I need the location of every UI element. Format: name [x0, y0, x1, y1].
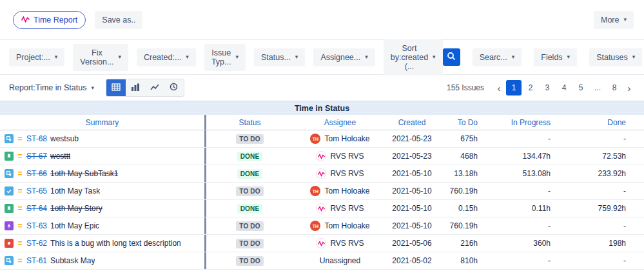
- filter-created[interactable]: Created:...▾: [137, 48, 196, 66]
- table-row: = ST-63 1oth May Epic TO DO TH Tom Holoa…: [0, 217, 644, 235]
- report-select[interactable]: Report:Time in Status ▾: [9, 81, 94, 95]
- time-report-app: Time Report Save as.. More ▾ Project:...…: [0, 0, 644, 270]
- summary-cell: = ST-65 1oth May Task: [0, 183, 206, 199]
- issues-count: 155 Issues: [447, 83, 484, 92]
- assignee-cell: TH Tom Holoake: [293, 130, 387, 147]
- column-header-status[interactable]: Status: [206, 115, 293, 130]
- issue-key-link[interactable]: ST-67: [26, 152, 47, 161]
- page-button-5[interactable]: 5: [573, 80, 589, 95]
- assignee-name: RVS RVS: [330, 152, 364, 161]
- in-progress-hours-cell: -: [487, 217, 567, 234]
- time-report-button[interactable]: Time Report: [13, 11, 86, 29]
- filter-label: Created:...: [144, 53, 181, 62]
- page-button-1[interactable]: 1: [506, 80, 522, 95]
- assignee-name: RVS RVS: [330, 204, 364, 213]
- issue-key-link[interactable]: ST-64: [26, 204, 47, 213]
- column-header-in-progress[interactable]: In Progress: [487, 115, 567, 130]
- in-progress-hours-cell: 134.47h: [487, 148, 567, 165]
- time-report-label: Time Report: [34, 15, 77, 25]
- issue-type-icon: [5, 239, 14, 248]
- done-hours-cell: 233.92h: [567, 165, 644, 182]
- summary-cell: = ST-67 westtt: [0, 148, 206, 165]
- assignee-avatar: TH: [310, 221, 320, 231]
- done-hours-cell: 72.53h: [567, 148, 644, 165]
- page-button-2[interactable]: 2: [523, 80, 538, 95]
- clock-icon: [170, 83, 178, 93]
- issue-type-icon: [5, 256, 14, 265]
- issue-key-link[interactable]: ST-65: [26, 186, 47, 196]
- assignee-name: RVS RVS: [330, 239, 364, 248]
- done-hours-cell: 759.92h: [567, 200, 644, 217]
- column-header-done[interactable]: Done: [567, 115, 644, 130]
- search-button[interactable]: [443, 48, 460, 66]
- table-view-button[interactable]: [106, 79, 126, 96]
- bar-chart-view-button[interactable]: [126, 79, 145, 96]
- issue-key-link[interactable]: ST-62: [26, 239, 47, 248]
- fields-button[interactable]: Fields▾: [534, 48, 577, 66]
- filter-fix-version[interactable]: Fix Version...▾: [73, 44, 128, 71]
- next-page-icon[interactable]: ›: [623, 83, 635, 94]
- search-dropdown[interactable]: Searc...▾: [473, 48, 522, 66]
- line-chart-view-button[interactable]: [145, 79, 164, 96]
- status-cell: DONE: [206, 165, 293, 182]
- issue-key-link[interactable]: ST-63: [26, 221, 47, 230]
- created-cell: 2021-05-10: [387, 200, 437, 217]
- issue-key-link[interactable]: ST-66: [26, 169, 47, 178]
- chevron-down-icon: ▾: [118, 54, 121, 60]
- pagination: ‹ 1 2 3 4 5 ... 8 ›: [493, 80, 635, 95]
- issue-summary: westtt: [50, 152, 70, 161]
- column-header-summary[interactable]: Summary: [0, 115, 206, 130]
- filter-issue-type[interactable]: Issue Typ...▾: [204, 44, 246, 71]
- search-icon: [447, 52, 456, 63]
- todo-hours-cell: 0.15h: [437, 200, 487, 217]
- page-button-8[interactable]: 8: [607, 80, 622, 95]
- in-progress-hours-cell: -: [487, 252, 567, 269]
- todo-hours-cell: 810h: [437, 252, 487, 269]
- time-view-button[interactable]: [164, 79, 184, 96]
- save-as-button[interactable]: Save as..: [95, 11, 142, 29]
- page-button-3[interactable]: 3: [540, 80, 555, 95]
- todo-hours-cell: 13.18h: [437, 165, 487, 182]
- filter-bar: Project:...▾ Fix Version...▾ Created:...…: [0, 40, 644, 75]
- page-button-4[interactable]: 4: [556, 80, 572, 95]
- in-progress-hours-cell: 360h: [487, 235, 567, 252]
- priority-medium-icon: =: [17, 204, 23, 213]
- status-cell: TO DO: [206, 130, 293, 147]
- priority-medium-icon: =: [17, 186, 23, 196]
- assignee-cell: RVS RVS: [293, 148, 387, 165]
- priority-medium-icon: =: [17, 221, 23, 230]
- column-header-assignee[interactable]: Assignee: [293, 115, 387, 130]
- table-row: = ST-68 westsub TO DO TH Tom Holoake 202…: [0, 130, 644, 148]
- done-hours-cell: -: [567, 217, 644, 234]
- column-header-created[interactable]: Created: [387, 115, 437, 130]
- filter-status[interactable]: Status...▾: [254, 48, 305, 66]
- chevron-down-icon: ▾: [55, 54, 58, 60]
- priority-medium-icon: =: [17, 152, 23, 161]
- topbar-left: Time Report Save as..: [13, 11, 142, 29]
- issue-key-link[interactable]: ST-61: [26, 256, 47, 265]
- todo-hours-cell: 760.19h: [437, 183, 487, 199]
- filter-right-group: Searc...▾ Fields▾ Statuses▾: [443, 48, 643, 66]
- assignee-avatar: [316, 203, 326, 214]
- assignee-avatar: [316, 151, 326, 161]
- filter-label: Sort by:created (...: [391, 44, 428, 71]
- filter-sort-by[interactable]: Sort by:created (...▾: [384, 39, 443, 75]
- statuses-button[interactable]: Statuses▾: [589, 48, 642, 66]
- summary-cell: = ST-61 Subtask May: [0, 252, 206, 269]
- filter-label: Status...: [261, 53, 291, 62]
- todo-hours-cell: 468h: [437, 148, 487, 165]
- more-button[interactable]: More ▾: [594, 11, 634, 29]
- chevron-down-icon: ▾: [365, 54, 368, 60]
- issue-key-link[interactable]: ST-68: [26, 134, 47, 143]
- issue-summary: This is a bug with long text description: [50, 239, 181, 248]
- status-cell: TO DO: [206, 217, 293, 234]
- filter-project[interactable]: Project:...▾: [9, 48, 64, 66]
- assignee-avatar: [316, 238, 326, 248]
- table-row: = ST-67 westtt DONE RVS RVS 2021-05-23 4…: [0, 148, 644, 165]
- prev-page-icon[interactable]: ‹: [493, 83, 505, 94]
- table-row: = ST-66 1oth May SubTask1 DONE RVS RVS 2…: [0, 165, 644, 183]
- column-header-todo[interactable]: To Do: [437, 115, 487, 130]
- filter-assignee[interactable]: Assignee...▾: [313, 48, 375, 66]
- report-bar: Report:Time in Status ▾ 155 Issues ‹ 1 2…: [0, 75, 644, 101]
- table-row: = ST-65 1oth May Task TO DO TH Tom Holoa…: [0, 183, 644, 200]
